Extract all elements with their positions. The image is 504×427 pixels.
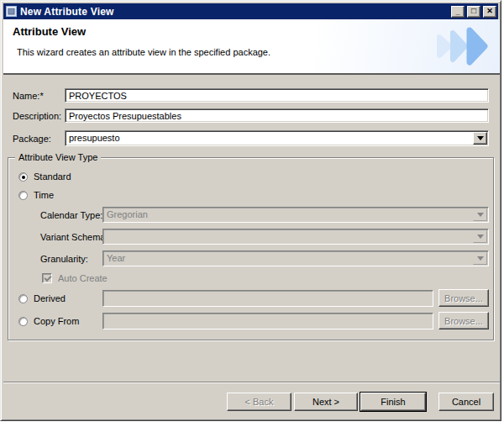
auto-create-label: Auto Create: [58, 273, 108, 283]
next-button[interactable]: Next >: [294, 393, 358, 411]
auto-create-option: Auto Create: [42, 272, 108, 284]
package-combobox[interactable]: presupuesto: [65, 130, 489, 146]
variant-schema-combobox: [102, 229, 489, 245]
copy-from-radio[interactable]: [18, 317, 28, 326]
package-dropdown-button[interactable]: [473, 132, 487, 145]
copy-from-input: [102, 313, 433, 329]
name-input[interactable]: [65, 88, 489, 103]
chevron-down-icon: [477, 136, 484, 140]
wizard-description: This wizard creates an attribute view in…: [17, 47, 270, 57]
standard-option[interactable]: Standard: [18, 171, 71, 182]
title-bar[interactable]: New Attribute View _ □ ✕: [3, 3, 498, 19]
granularity-dropdown-button: [473, 252, 487, 265]
description-input[interactable]: [65, 108, 489, 123]
back-button: < Back: [227, 393, 291, 411]
chevron-down-icon: [477, 213, 484, 217]
standard-label: Standard: [34, 171, 71, 182]
maximize-icon: □: [471, 7, 476, 15]
granularity-combobox: Year: [102, 250, 489, 266]
copy-from-browse-button: Browse...: [438, 312, 489, 329]
derived-option[interactable]: Derived: [18, 293, 66, 304]
chevron-down-icon: [477, 235, 484, 239]
variant-schema-label: Variant Schema:: [40, 232, 108, 242]
copy-from-label: Copy From: [34, 316, 79, 326]
close-icon: ✕: [486, 8, 493, 15]
calendar-type-value: Gregorian: [103, 208, 472, 222]
time-option[interactable]: Time: [18, 189, 54, 201]
finish-button[interactable]: Finish: [360, 393, 426, 411]
calendar-type-dropdown-button: [473, 208, 487, 221]
attribute-view-type-group: Attribute View Type Standard Time Calend…: [8, 157, 494, 340]
description-label: Description:: [13, 111, 61, 121]
close-button[interactable]: ✕: [483, 6, 496, 18]
derived-browse-button: Browse...: [438, 289, 489, 307]
derived-input: [102, 290, 433, 307]
chevron-down-icon: [477, 256, 484, 261]
calendar-type-combobox: Gregorian: [102, 207, 489, 223]
package-value: presupuesto: [66, 131, 472, 145]
wizard-title: Attribute View: [13, 25, 86, 38]
derived-radio[interactable]: [18, 294, 28, 303]
granularity-value: Year: [103, 251, 472, 266]
granularity-label: Granularity:: [40, 254, 88, 264]
wizard-banner-arrows-icon: [436, 24, 493, 71]
package-label: Package:: [13, 134, 51, 144]
auto-create-checkbox: [42, 273, 52, 283]
group-title: Attribute View Type: [15, 152, 101, 162]
calendar-type-label: Calendar Type:: [40, 210, 102, 220]
footer-separator: [3, 382, 500, 383]
variant-schema-value: [103, 229, 472, 244]
time-radio[interactable]: [18, 191, 28, 200]
attribute-view-icon: [5, 5, 18, 18]
derived-label: Derived: [34, 293, 66, 303]
time-label: Time: [34, 190, 54, 200]
new-attribute-view-dialog: New Attribute View _ □ ✕ Attribute View …: [0, 0, 501, 421]
maximize-button[interactable]: □: [467, 6, 480, 18]
window-title: New Attribute View: [20, 6, 449, 18]
copy-from-option[interactable]: Copy From: [18, 315, 79, 327]
name-label: Name:*: [13, 91, 44, 101]
cancel-button[interactable]: Cancel: [438, 393, 494, 411]
standard-radio[interactable]: [18, 172, 28, 182]
variant-schema-dropdown-button: [473, 230, 487, 243]
minimize-icon: _: [455, 8, 459, 16]
minimize-button[interactable]: _: [451, 6, 465, 18]
wizard-header: Attribute View This wizard creates an at…: [3, 19, 500, 75]
